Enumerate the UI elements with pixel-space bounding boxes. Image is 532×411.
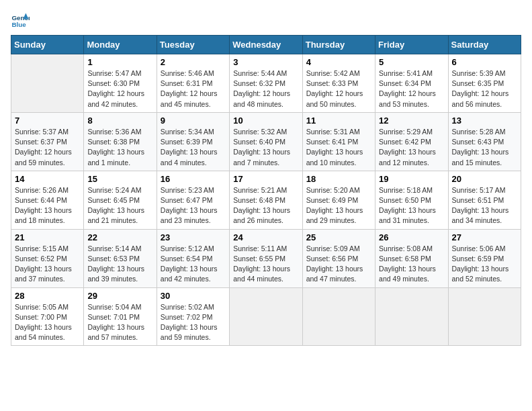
calendar-cell: 30Sunrise: 5:02 AM Sunset: 7:02 PM Dayli… xyxy=(157,287,229,346)
day-info: Sunrise: 5:08 AM Sunset: 6:58 PM Dayligh… xyxy=(379,244,444,285)
day-info: Sunrise: 5:11 AM Sunset: 6:55 PM Dayligh… xyxy=(233,244,298,285)
weekday-header-sunday: Sunday xyxy=(11,36,84,54)
day-info: Sunrise: 5:41 AM Sunset: 6:34 PM Dayligh… xyxy=(379,68,444,109)
day-number: 27 xyxy=(452,232,517,242)
weekday-header-friday: Friday xyxy=(375,36,448,54)
day-info: Sunrise: 5:05 AM Sunset: 7:00 PM Dayligh… xyxy=(15,302,80,343)
calendar-cell: 13Sunrise: 5:28 AM Sunset: 6:43 PM Dayli… xyxy=(448,112,521,171)
calendar-cell: 10Sunrise: 5:32 AM Sunset: 6:40 PM Dayli… xyxy=(230,112,302,171)
day-number: 28 xyxy=(15,291,80,301)
calendar-cell xyxy=(11,54,84,113)
day-number: 26 xyxy=(379,232,444,242)
calendar-cell: 1Sunrise: 5:47 AM Sunset: 6:30 PM Daylig… xyxy=(84,54,157,113)
calendar-cell: 29Sunrise: 5:04 AM Sunset: 7:01 PM Dayli… xyxy=(84,287,157,346)
day-number: 15 xyxy=(87,174,152,184)
day-number: 29 xyxy=(87,291,152,301)
calendar-cell: 21Sunrise: 5:15 AM Sunset: 6:52 PM Dayli… xyxy=(11,229,84,287)
calendar-cell: 16Sunrise: 5:23 AM Sunset: 6:47 PM Dayli… xyxy=(157,171,229,229)
calendar-cell: 22Sunrise: 5:14 AM Sunset: 6:53 PM Dayli… xyxy=(84,229,157,287)
day-number: 13 xyxy=(452,116,517,126)
calendar-cell xyxy=(230,287,302,346)
day-info: Sunrise: 5:34 AM Sunset: 6:39 PM Dayligh… xyxy=(161,127,226,168)
day-info: Sunrise: 5:36 AM Sunset: 6:38 PM Dayligh… xyxy=(87,127,152,168)
weekday-header-tuesday: Tuesday xyxy=(157,36,229,54)
calendar-cell: 6Sunrise: 5:39 AM Sunset: 6:35 PM Daylig… xyxy=(448,54,521,113)
weekday-header-thursday: Thursday xyxy=(302,36,375,54)
day-info: Sunrise: 5:14 AM Sunset: 6:53 PM Dayligh… xyxy=(87,244,152,285)
day-number: 7 xyxy=(15,116,80,126)
day-number: 8 xyxy=(87,116,152,126)
day-number: 11 xyxy=(306,116,371,126)
calendar-cell xyxy=(375,287,448,346)
day-info: Sunrise: 5:42 AM Sunset: 6:33 PM Dayligh… xyxy=(306,68,371,109)
day-info: Sunrise: 5:17 AM Sunset: 6:51 PM Dayligh… xyxy=(452,185,517,226)
calendar-cell: 5Sunrise: 5:41 AM Sunset: 6:34 PM Daylig… xyxy=(375,54,448,113)
day-number: 14 xyxy=(15,174,80,184)
day-number: 18 xyxy=(306,174,371,184)
calendar-cell: 17Sunrise: 5:21 AM Sunset: 6:48 PM Dayli… xyxy=(230,171,302,229)
day-number: 23 xyxy=(161,232,226,242)
day-number: 19 xyxy=(379,174,444,184)
day-info: Sunrise: 5:29 AM Sunset: 6:42 PM Dayligh… xyxy=(379,127,444,168)
day-number: 3 xyxy=(233,57,298,67)
logo-icon: General Blue xyxy=(11,11,30,30)
day-number: 5 xyxy=(379,57,444,67)
weekday-header-monday: Monday xyxy=(84,36,157,54)
day-info: Sunrise: 5:37 AM Sunset: 6:37 PM Dayligh… xyxy=(15,127,80,168)
day-info: Sunrise: 5:18 AM Sunset: 6:50 PM Dayligh… xyxy=(379,185,444,226)
calendar-cell: 25Sunrise: 5:09 AM Sunset: 6:56 PM Dayli… xyxy=(302,229,375,287)
day-info: Sunrise: 5:47 AM Sunset: 6:30 PM Dayligh… xyxy=(87,68,152,109)
calendar-cell: 27Sunrise: 5:06 AM Sunset: 6:59 PM Dayli… xyxy=(448,229,521,287)
calendar-cell: 9Sunrise: 5:34 AM Sunset: 6:39 PM Daylig… xyxy=(157,112,229,171)
day-number: 4 xyxy=(306,57,371,67)
day-info: Sunrise: 5:26 AM Sunset: 6:44 PM Dayligh… xyxy=(15,185,80,226)
page-header: General Blue xyxy=(11,11,521,30)
day-info: Sunrise: 5:20 AM Sunset: 6:49 PM Dayligh… xyxy=(306,185,371,226)
day-info: Sunrise: 5:21 AM Sunset: 6:48 PM Dayligh… xyxy=(233,185,298,226)
day-number: 2 xyxy=(161,57,226,67)
day-number: 12 xyxy=(379,116,444,126)
day-number: 17 xyxy=(233,174,298,184)
calendar-cell: 11Sunrise: 5:31 AM Sunset: 6:41 PM Dayli… xyxy=(302,112,375,171)
day-info: Sunrise: 5:39 AM Sunset: 6:35 PM Dayligh… xyxy=(452,68,517,109)
calendar-cell: 15Sunrise: 5:24 AM Sunset: 6:45 PM Dayli… xyxy=(84,171,157,229)
day-number: 25 xyxy=(306,232,371,242)
calendar-cell: 23Sunrise: 5:12 AM Sunset: 6:54 PM Dayli… xyxy=(157,229,229,287)
day-info: Sunrise: 5:12 AM Sunset: 6:54 PM Dayligh… xyxy=(161,244,226,285)
calendar-cell: 2Sunrise: 5:46 AM Sunset: 6:31 PM Daylig… xyxy=(157,54,229,113)
calendar-cell: 20Sunrise: 5:17 AM Sunset: 6:51 PM Dayli… xyxy=(448,171,521,229)
calendar-cell: 28Sunrise: 5:05 AM Sunset: 7:00 PM Dayli… xyxy=(11,287,84,346)
calendar-cell: 3Sunrise: 5:44 AM Sunset: 6:32 PM Daylig… xyxy=(230,54,302,113)
calendar-cell: 26Sunrise: 5:08 AM Sunset: 6:58 PM Dayli… xyxy=(375,229,448,287)
day-info: Sunrise: 5:15 AM Sunset: 6:52 PM Dayligh… xyxy=(15,244,80,285)
day-number: 16 xyxy=(161,174,226,184)
day-info: Sunrise: 5:23 AM Sunset: 6:47 PM Dayligh… xyxy=(161,185,226,226)
calendar-cell xyxy=(448,287,521,346)
day-number: 24 xyxy=(233,232,298,242)
day-number: 9 xyxy=(161,116,226,126)
calendar-cell: 14Sunrise: 5:26 AM Sunset: 6:44 PM Dayli… xyxy=(11,171,84,229)
day-number: 20 xyxy=(452,174,517,184)
day-info: Sunrise: 5:09 AM Sunset: 6:56 PM Dayligh… xyxy=(306,244,371,285)
calendar-cell: 12Sunrise: 5:29 AM Sunset: 6:42 PM Dayli… xyxy=(375,112,448,171)
day-info: Sunrise: 5:24 AM Sunset: 6:45 PM Dayligh… xyxy=(87,185,152,226)
day-info: Sunrise: 5:04 AM Sunset: 7:01 PM Dayligh… xyxy=(87,302,152,343)
day-info: Sunrise: 5:44 AM Sunset: 6:32 PM Dayligh… xyxy=(233,68,298,109)
day-info: Sunrise: 5:31 AM Sunset: 6:41 PM Dayligh… xyxy=(306,127,371,168)
day-number: 6 xyxy=(452,57,517,67)
calendar-cell xyxy=(302,287,375,346)
day-info: Sunrise: 5:32 AM Sunset: 6:40 PM Dayligh… xyxy=(233,127,298,168)
day-number: 1 xyxy=(87,57,152,67)
day-number: 30 xyxy=(161,291,226,301)
weekday-header-wednesday: Wednesday xyxy=(230,36,302,54)
calendar-cell: 18Sunrise: 5:20 AM Sunset: 6:49 PM Dayli… xyxy=(302,171,375,229)
day-info: Sunrise: 5:06 AM Sunset: 6:59 PM Dayligh… xyxy=(452,244,517,285)
calendar-cell: 19Sunrise: 5:18 AM Sunset: 6:50 PM Dayli… xyxy=(375,171,448,229)
calendar-cell: 7Sunrise: 5:37 AM Sunset: 6:37 PM Daylig… xyxy=(11,112,84,171)
calendar-cell: 24Sunrise: 5:11 AM Sunset: 6:55 PM Dayli… xyxy=(230,229,302,287)
day-number: 21 xyxy=(15,232,80,242)
day-number: 10 xyxy=(233,116,298,126)
day-info: Sunrise: 5:46 AM Sunset: 6:31 PM Dayligh… xyxy=(161,68,226,109)
day-info: Sunrise: 5:02 AM Sunset: 7:02 PM Dayligh… xyxy=(161,302,226,343)
calendar-cell: 8Sunrise: 5:36 AM Sunset: 6:38 PM Daylig… xyxy=(84,112,157,171)
